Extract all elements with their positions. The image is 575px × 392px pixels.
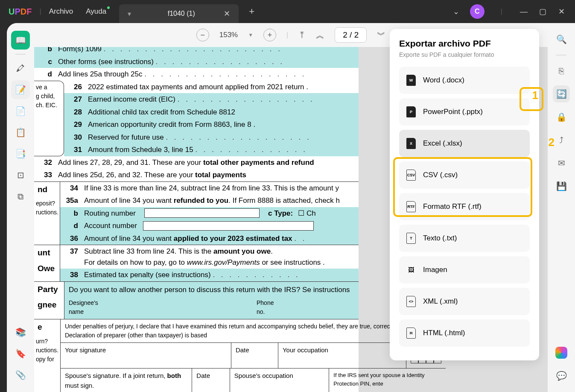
ocr-icon[interactable]: ⎘ — [553, 62, 570, 79]
maximize-icon[interactable]: ▢ — [537, 7, 548, 16]
crop-tool-icon[interactable]: ⊡ — [11, 166, 30, 184]
titlebar: UPDF | Archivo Ayuda ▾ f1040 (1) ✕ + ⌄ C… — [0, 0, 575, 23]
reader-mode-icon[interactable]: 📖 — [11, 31, 30, 50]
first-page-icon[interactable]: ⤒ — [298, 30, 306, 40]
export-txt[interactable]: TTexto (.txt) — [399, 225, 530, 252]
tab-title: f1040 (1) — [139, 10, 224, 18]
export-ppt[interactable]: PPowerPoint (.pptx) — [399, 98, 530, 126]
user-avatar[interactable]: C — [470, 4, 485, 19]
compare-tool-icon[interactable]: ⧉ — [11, 187, 30, 206]
right-sidebar: 🔍 ⎘ 🔄 🔒 ⤴ ✉ 💾 💬 — [548, 23, 575, 392]
separator: | — [39, 8, 41, 15]
export-word[interactable]: WWord (.docx) — [399, 67, 530, 94]
zoom-percent: 153% — [219, 31, 238, 39]
tab-dropdown-icon[interactable]: ▾ — [128, 10, 131, 18]
menu-help-label: Ayuda — [86, 7, 106, 15]
callout-label-2: 2 — [549, 136, 555, 149]
tab-close-icon[interactable]: ✕ — [224, 9, 230, 18]
new-tab-button[interactable]: + — [249, 6, 254, 17]
prev-page-icon[interactable]: ︽ — [316, 29, 324, 41]
export-icon[interactable]: 🔄 — [553, 85, 570, 102]
comment-icon[interactable]: 💬 — [553, 367, 570, 384]
export-excel[interactable]: XExcel (.xlsx) — [399, 130, 530, 157]
bookmark-icon[interactable]: 🔖 — [11, 344, 30, 363]
notes-tool-icon[interactable]: 📄 — [11, 102, 30, 120]
export-rtf[interactable]: RTFFormato RTF (.rtf) — [399, 193, 530, 220]
third-party-text: Do you want to allow another person to d… — [69, 284, 354, 295]
export-csv[interactable]: CSVCSV (.csv) — [399, 161, 530, 189]
form-tool-icon[interactable]: 📋 — [11, 123, 30, 142]
pages-tool-icon[interactable]: 📑 — [11, 144, 30, 163]
menu-help[interactable]: Ayuda — [86, 7, 106, 16]
ai-icon[interactable] — [553, 344, 570, 361]
save-icon[interactable]: 💾 — [553, 178, 570, 195]
left-sidebar: 📖 🖍 📝 📄 📋 📑 ⊡ ⧉ 📚 🔖 📎 — [7, 23, 34, 392]
search-icon[interactable]: 🔍 — [553, 31, 570, 48]
edit-tool-icon[interactable]: 📝 — [11, 80, 30, 99]
export-panel: Exportar archivo PDF Exporte su PDF a cu… — [390, 29, 539, 360]
separator: | — [501, 8, 502, 15]
chevron-down-icon[interactable]: ⌄ — [451, 7, 461, 16]
export-image[interactable]: 🖼Imagen — [399, 256, 530, 284]
document-tab[interactable]: ▾ f1040 (1) ✕ — [119, 4, 239, 23]
menu-file[interactable]: Archivo — [49, 7, 73, 16]
zoom-in-button[interactable]: + — [263, 29, 276, 41]
mail-icon[interactable]: ✉ — [553, 155, 570, 172]
protect-icon[interactable]: 🔒 — [553, 108, 570, 126]
highlight-tool-icon[interactable]: 🖍 — [11, 59, 30, 78]
next-page-icon[interactable]: ︾ — [377, 29, 385, 41]
layers-icon[interactable]: 📚 — [11, 323, 30, 342]
close-icon[interactable]: ✕ — [556, 7, 566, 16]
attachment-icon[interactable]: 📎 — [11, 366, 30, 384]
updf-logo: UPDF — [9, 7, 32, 17]
zoom-out-button[interactable]: − — [196, 29, 209, 41]
update-dot-icon — [107, 6, 110, 9]
export-subtitle: Exporte su PDF a cualquier formato — [399, 51, 530, 58]
zoom-dropdown-icon[interactable]: ▼ — [248, 32, 253, 38]
export-xml[interactable]: <>XML (.xml) — [399, 288, 530, 315]
export-html[interactable]: HHTML (.html) — [399, 319, 530, 347]
export-title: Exportar archivo PDF — [399, 38, 530, 49]
margin-note: ve a g child, ch. EIC. — [34, 81, 64, 156]
callout-label-1: 1 — [532, 89, 538, 102]
pdf-page: bForm(s) 1099 . . . . . . . . . . . . . … — [34, 47, 359, 392]
share-icon[interactable]: ⤴ — [553, 132, 570, 149]
minimize-icon[interactable]: — — [519, 7, 529, 16]
page-indicator[interactable]: 2 / 2 — [335, 27, 367, 43]
